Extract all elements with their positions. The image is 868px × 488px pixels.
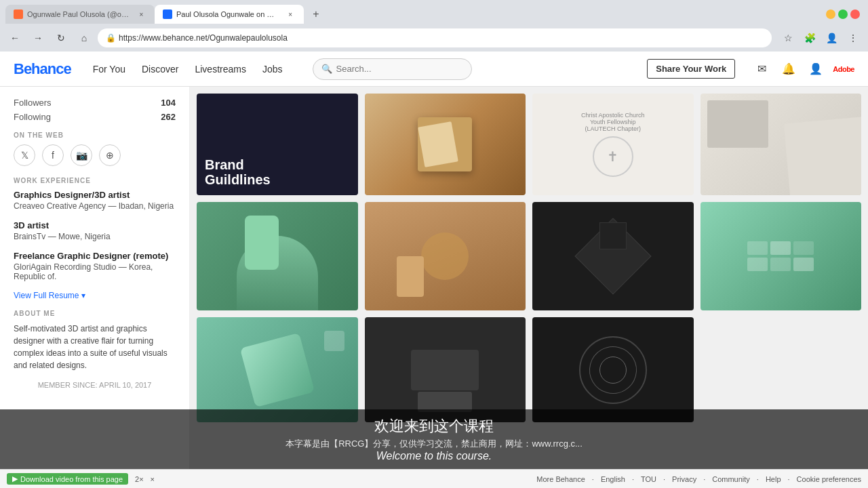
job-1-company: Creaveo Creative Agency — Ibadan, Nigeri… (14, 201, 176, 211)
job-2-company: BrainsTv — Mowe, Nigeria (14, 232, 176, 241)
behance-logo: Behance (14, 60, 71, 78)
maximize-btn[interactable] (838, 9, 848, 19)
grid-item-2[interactable] (365, 94, 526, 195)
tab-1[interactable]: Ogunwale Paul Olusola (@ogu... × (5, 5, 155, 24)
work-experience-title: WORK EXPERIENCE (14, 177, 176, 184)
job-1-title: Graphics Designer/3D artist (14, 190, 176, 200)
language-link[interactable]: English (601, 475, 625, 483)
refresh-button[interactable]: ↻ (52, 28, 71, 47)
bookmark-icon[interactable]: ☆ (778, 28, 797, 47)
job-2: 3D artist BrainsTv — Mowe, Nigeria (14, 220, 176, 241)
tab-1-close[interactable]: × (136, 9, 146, 20)
social-icons: 𝕏 f 📷 ⊕ (14, 144, 176, 166)
tab-bar: Ogunwale Paul Olusola (@ogu... × Paul Ol… (0, 0, 868, 24)
followers-label: Followers (14, 98, 52, 108)
close-btn[interactable] (850, 9, 860, 19)
address-bar[interactable]: 🔒 https://www.behance.net/Ogunwalepaulol… (98, 28, 772, 47)
grid-item-9[interactable] (197, 317, 358, 422)
cookie-link[interactable]: Cookie preferences (797, 475, 861, 483)
more-icon[interactable]: ⋮ (844, 28, 863, 47)
back-button[interactable]: ← (5, 28, 24, 47)
grid-item-1-title: BrandGuildlines (205, 157, 271, 187)
grid-item-10[interactable] (365, 317, 526, 422)
forward-button[interactable]: → (28, 28, 47, 47)
followers-stat: Followers 104 (14, 98, 176, 108)
following-value: 262 (161, 112, 176, 122)
community-link[interactable]: Community (712, 475, 750, 483)
job-3-company: GloriAgain Recording Studio — Korea, Rep… (14, 262, 176, 281)
subtitle-english: Welcome to this course. (7, 450, 861, 462)
help-link[interactable]: Help (766, 475, 781, 483)
nav-icons: ✉ 🔔 👤 Adobe (751, 59, 854, 79)
home-button[interactable]: ⌂ (75, 28, 94, 47)
mail-icon[interactable]: ✉ (751, 59, 772, 79)
share-work-button[interactable]: Share Your Work (647, 59, 735, 79)
grid-item-1[interactable]: BrandGuildlines (197, 94, 358, 195)
following-label: Following (14, 112, 51, 122)
more-behance-link[interactable]: More Behance (536, 475, 585, 483)
followers-value: 104 (161, 98, 176, 108)
tab-2[interactable]: Paul Olusola Ogunwale on Be... × (155, 5, 304, 24)
privacy-link[interactable]: Privacy (672, 475, 696, 483)
tab-1-favicon (14, 9, 23, 19)
bell-icon[interactable]: 🔔 (778, 59, 799, 79)
nav-discover[interactable]: Discover (142, 64, 178, 75)
adobe-logo: Adobe (833, 65, 854, 73)
subtitle-overlay: 欢迎来到这个课程 本字幕是由【RRCG】分享，仅供学习交流，禁止商用，网址：ww… (0, 409, 868, 469)
tou-link[interactable]: TOU (641, 475, 656, 483)
grid-item-7[interactable] (532, 202, 694, 310)
subtitle-rrcg: 本字幕是由【RRCG】分享，仅供学习交流，禁止商用，网址：www.rrcg.c.… (7, 438, 861, 450)
download-button[interactable]: ▶ Download video from this page (7, 473, 128, 485)
facebook-icon[interactable]: f (42, 144, 64, 166)
about-text: Self-motivated 3D artist and graphics de… (14, 323, 176, 371)
grid-item-11[interactable] (532, 317, 694, 422)
url-display: https://www.behance.net/Ogunwalepaulolus… (119, 33, 764, 43)
tab-2-label: Paul Olusola Ogunwale on Be... (176, 10, 279, 18)
grid-item-4[interactable] (701, 94, 862, 195)
subtitle-chinese: 欢迎来到这个课程 (7, 416, 861, 436)
new-tab-button[interactable]: + (307, 5, 326, 24)
tab-2-favicon (163, 9, 172, 19)
nav-for-you[interactable]: For You (93, 64, 125, 75)
web-icon[interactable]: ⊕ (99, 144, 121, 166)
behance-navbar: Behance For You Discover Livestreams Job… (0, 52, 868, 87)
nav-livestreams[interactable]: Livestreams (195, 64, 245, 75)
instagram-icon[interactable]: 📷 (71, 144, 92, 166)
search-input[interactable] (336, 64, 464, 74)
job-3: Freelance Graphic Designer (remote) Glor… (14, 251, 176, 281)
tab-2-close[interactable]: × (285, 9, 296, 20)
address-bar-row: ← → ↻ ⌂ 🔒 https://www.behance.net/Ogunwa… (0, 24, 868, 52)
browser-chrome: Ogunwale Paul Olusola (@ogu... × Paul Ol… (0, 0, 868, 52)
count-badge: 2× (135, 475, 144, 483)
bottom-bar: ▶ Download video from this page 2× × Mor… (0, 469, 868, 488)
twitter-icon[interactable]: 𝕏 (14, 144, 35, 166)
toolbar-icons: ☆ 🧩 👤 ⋮ (778, 28, 863, 47)
user-icon[interactable]: 👤 (806, 59, 826, 79)
view-resume-link[interactable]: View Full Resume ▾ (14, 291, 176, 300)
profile-icon[interactable]: 👤 (822, 28, 841, 47)
masonry-grid: BrandGuildlines Christ Apostolic ChurchY… (197, 94, 861, 422)
about-me-title: ABOUT ME (14, 310, 176, 317)
on-the-web-title: ON THE WEB (14, 131, 176, 139)
grid-item-3[interactable]: Christ Apostolic ChurchYouth Fellowship(… (532, 94, 694, 195)
job-2-title: 3D artist (14, 220, 176, 230)
grid-item-5[interactable] (197, 202, 358, 310)
extensions-icon[interactable]: 🧩 (800, 28, 819, 47)
grid-item-6[interactable] (365, 202, 526, 310)
search-bar[interactable]: 🔍 (313, 58, 473, 80)
minimize-btn[interactable] (826, 9, 835, 19)
member-since: MEMBER SINCE: APRIL 10, 2017 (14, 381, 176, 389)
following-stat: Following 262 (14, 112, 176, 122)
nav-jobs[interactable]: Jobs (262, 64, 283, 75)
job-3-title: Freelance Graphic Designer (remote) (14, 251, 176, 261)
tab-1-label: Ogunwale Paul Olusola (@ogu... (27, 10, 130, 18)
grid-item-8[interactable] (701, 202, 862, 310)
job-1: Graphics Designer/3D artist Creaveo Crea… (14, 190, 176, 211)
